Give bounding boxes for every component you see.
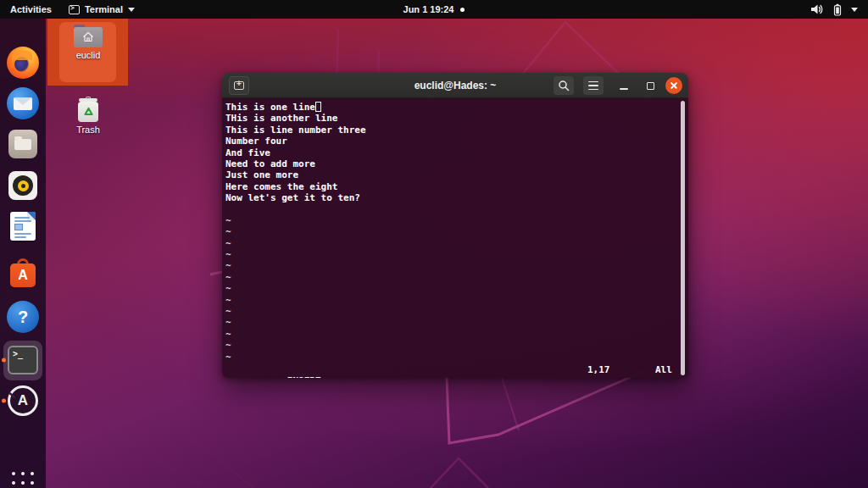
chevron-down-icon — [851, 8, 858, 12]
vim-tilde-line: ~ — [225, 249, 676, 260]
ubuntu-software-icon: A — [8, 258, 38, 287]
minimize-button[interactable] — [615, 76, 633, 95]
rhythmbox-icon — [8, 171, 37, 200]
vim-tilde-line: ~ — [225, 226, 676, 237]
dock-item-files[interactable] — [0, 130, 46, 158]
dock-item-terminal[interactable] — [0, 346, 46, 374]
home-folder-icon — [74, 25, 103, 47]
clock-label[interactable]: Jun 1 19:24 — [403, 4, 454, 14]
terminal-line: Number four — [225, 136, 676, 147]
top-bar: Activities Terminal Jun 1 19:24 — [0, 0, 868, 19]
recycle-glyph-icon — [82, 107, 95, 118]
window-titlebar[interactable]: euclid@Hades: ~ — [222, 73, 688, 98]
system-status-area[interactable] — [810, 3, 868, 16]
vim-tilde-line: ~ — [225, 352, 676, 363]
desktop-icon-euclid[interactable]: euclid — [58, 25, 118, 60]
hamburger-menu-icon — [588, 81, 598, 91]
search-button[interactable] — [554, 76, 574, 95]
terminal-scrollbar[interactable] — [681, 101, 685, 375]
terminal-line: Here comes the eight — [225, 181, 676, 192]
terminal-window: euclid@Hades: ~ — [222, 73, 688, 378]
desktop-icon-label: Trash — [76, 125, 100, 135]
vim-status-line: -- INSERT -- 1,17 All — [225, 364, 680, 375]
minimize-icon — [620, 88, 628, 90]
search-icon — [558, 80, 570, 92]
running-indicator-dot — [2, 358, 6, 363]
window-menu-button[interactable] — [583, 76, 604, 95]
dock-item-ubuntu-software[interactable]: A — [0, 258, 46, 287]
activities-button[interactable]: Activities — [10, 4, 52, 14]
dock-item-libreoffice-writer[interactable] — [0, 212, 46, 241]
files-icon — [8, 130, 37, 158]
vim-tilde-line: ~ — [225, 340, 676, 351]
vim-buffer: This is one line THis is another lineThi… — [225, 102, 676, 363]
terminal-line: THis is another line — [225, 113, 676, 124]
vim-tilde-line: ~ — [225, 260, 676, 271]
dock-item-circular-a-app[interactable]: A — [0, 385, 46, 416]
vim-tilde-line: ~ — [225, 329, 676, 340]
dock: A ? A — [0, 19, 46, 488]
terminal-line: And five — [225, 147, 676, 158]
terminal-mini-icon — [69, 5, 80, 14]
vim-tilde-line: ~ — [225, 317, 676, 328]
terminal-icon — [8, 346, 38, 374]
dock-item-rhythmbox[interactable] — [0, 171, 46, 200]
battery-icon — [832, 3, 843, 16]
circular-a-app-icon: A — [8, 385, 38, 416]
chevron-down-icon — [128, 8, 135, 12]
help-icon: ? — [7, 301, 39, 333]
new-tab-button[interactable] — [229, 76, 249, 95]
close-icon — [670, 81, 678, 90]
terminal-line — [225, 204, 676, 215]
dock-item-thunderbird[interactable] — [0, 87, 46, 119]
terminal-line: This is line number three — [225, 125, 676, 136]
desktop-icon-trash[interactable]: Trash — [58, 97, 118, 135]
vim-ruler: 1,17 — [587, 364, 610, 375]
dock-item-help[interactable]: ? — [0, 301, 46, 333]
firefox-icon — [7, 47, 39, 79]
dock-item-firefox[interactable] — [0, 47, 46, 79]
maximize-icon — [647, 82, 654, 90]
vim-mode-indicator: -- INSERT -- — [270, 375, 337, 378]
app-menu-button[interactable]: Terminal — [69, 4, 135, 14]
vim-tilde-line: ~ — [225, 238, 676, 249]
app-menu-label: Terminal — [85, 4, 123, 14]
terminal-line: This is one line — [225, 102, 676, 113]
vim-tilde-line: ~ — [225, 272, 676, 283]
desktop-icon-label: euclid — [76, 50, 101, 60]
new-tab-icon — [234, 81, 244, 90]
terminal-line: Now let's get it to ten? — [225, 192, 676, 203]
vim-cursor — [315, 102, 321, 112]
show-applications-button[interactable] — [0, 472, 46, 488]
vim-tilde-line: ~ — [225, 295, 676, 306]
terminal-line: Just one more — [225, 169, 676, 180]
home-glyph-icon — [82, 31, 94, 42]
libreoffice-writer-icon — [10, 212, 36, 241]
ubuntu-desktop: Activities Terminal Jun 1 19:24 — [0, 0, 868, 488]
thunderbird-icon — [7, 87, 39, 119]
volume-icon — [810, 3, 824, 15]
vim-tilde-line: ~ — [225, 215, 676, 226]
vim-tilde-line: ~ — [225, 283, 676, 294]
terminal-content[interactable]: This is one line THis is another lineThi… — [222, 98, 688, 378]
notification-dot-icon — [460, 8, 465, 12]
vim-scroll-position: All — [655, 364, 672, 375]
show-applications-icon — [12, 472, 34, 488]
trash-icon — [75, 97, 101, 122]
maximize-button[interactable] — [641, 76, 659, 95]
vim-tilde-line: ~ — [225, 306, 676, 317]
close-button[interactable] — [665, 77, 682, 94]
terminal-line: Need to add more — [225, 158, 676, 169]
